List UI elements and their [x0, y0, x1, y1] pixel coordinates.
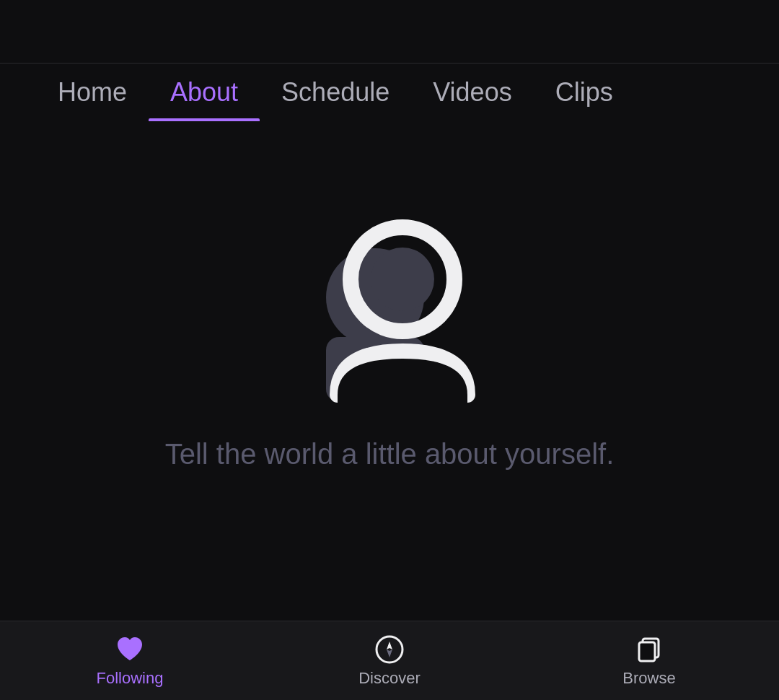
- svg-marker-6: [387, 649, 392, 657]
- svg-rect-8: [639, 642, 655, 661]
- compass-icon: [374, 634, 405, 665]
- tab-home[interactable]: Home: [36, 64, 149, 121]
- svg-marker-5: [387, 642, 392, 649]
- svg-point-4: [377, 636, 402, 662]
- discover-label: Discover: [358, 669, 421, 688]
- nav-tabs: Home About Schedule Videos Clips: [0, 64, 779, 121]
- compass-icon-container: [374, 634, 405, 665]
- tab-schedule-label: Schedule: [281, 77, 390, 108]
- tab-about[interactable]: About: [149, 64, 260, 121]
- about-tagline: Tell the world a little about yourself.: [165, 438, 615, 471]
- tab-clips[interactable]: Clips: [534, 64, 635, 121]
- bottom-nav-browse[interactable]: Browse: [519, 634, 779, 688]
- svg-point-3: [371, 248, 434, 311]
- heart-icon: [115, 634, 145, 665]
- avatar-illustration: [289, 185, 490, 409]
- tab-schedule[interactable]: Schedule: [260, 64, 411, 121]
- tab-clips-label: Clips: [555, 77, 613, 108]
- bottom-nav-discover[interactable]: Discover: [260, 634, 519, 688]
- browse-icon: [634, 634, 664, 665]
- bottom-nav-following[interactable]: Following: [0, 634, 260, 688]
- main-content: Tell the world a little about yourself.: [0, 121, 779, 621]
- top-bar: [0, 0, 779, 64]
- tab-home-label: Home: [58, 77, 127, 108]
- browse-label: Browse: [622, 669, 675, 688]
- tab-videos[interactable]: Videos: [411, 64, 533, 121]
- tab-videos-label: Videos: [433, 77, 511, 108]
- following-label: Following: [97, 669, 164, 688]
- browse-icon-container: [634, 634, 664, 665]
- bottom-nav: Following Discover Browse: [0, 621, 779, 700]
- heart-icon-container: [115, 634, 145, 665]
- tab-about-label: About: [170, 77, 238, 108]
